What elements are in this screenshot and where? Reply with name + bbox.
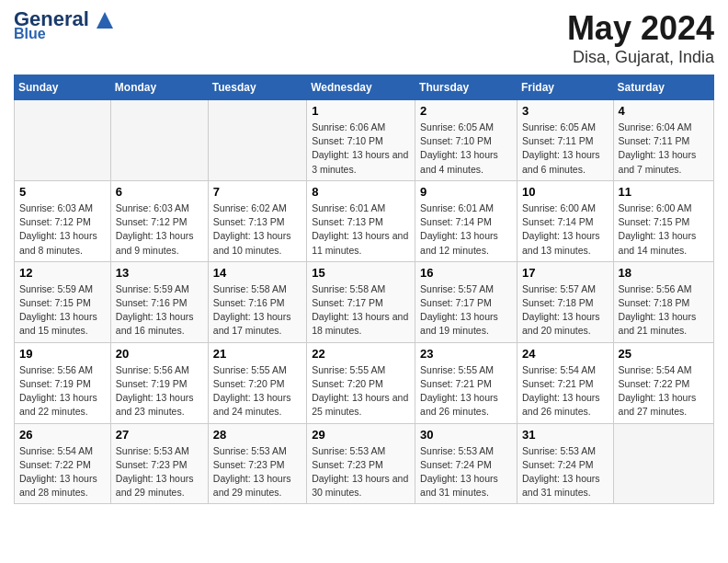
- day-info: Sunrise: 5:53 AMSunset: 7:23 PMDaylight:…: [312, 444, 410, 500]
- page-header: General Blue May 2024 Disa, Gujarat, Ind…: [14, 9, 714, 67]
- calendar-cell: 5Sunrise: 6:03 AMSunset: 7:12 PMDaylight…: [15, 180, 111, 261]
- day-number: 28: [213, 428, 301, 442]
- day-number: 7: [213, 185, 301, 199]
- day-info: Sunrise: 5:58 AMSunset: 7:17 PMDaylight:…: [312, 282, 410, 339]
- day-info: Sunrise: 6:05 AMSunset: 7:10 PMDaylight:…: [420, 121, 512, 177]
- calendar-cell: 6Sunrise: 6:03 AMSunset: 7:12 PMDaylight…: [110, 180, 208, 261]
- day-info: Sunrise: 5:59 AMSunset: 7:16 PMDaylight:…: [116, 282, 203, 339]
- day-number: 2: [420, 104, 512, 118]
- day-info: Sunrise: 5:58 AMSunset: 7:16 PMDaylight:…: [213, 282, 301, 339]
- weekday-header: Tuesday: [208, 75, 306, 100]
- day-number: 15: [312, 266, 410, 280]
- day-number: 23: [420, 347, 512, 361]
- svg-marker-0: [97, 12, 113, 29]
- day-number: 25: [619, 347, 709, 361]
- day-number: 20: [116, 347, 203, 361]
- calendar-cell: 28Sunrise: 5:53 AMSunset: 7:23 PMDayligh…: [208, 423, 306, 504]
- day-info: Sunrise: 5:56 AMSunset: 7:19 PMDaylight:…: [116, 363, 203, 419]
- calendar-cell: 10Sunrise: 6:00 AMSunset: 7:14 PMDayligh…: [517, 180, 613, 261]
- day-number: 24: [522, 347, 609, 361]
- calendar-cell: 25Sunrise: 5:54 AMSunset: 7:22 PMDayligh…: [613, 342, 713, 423]
- calendar-cell: 27Sunrise: 5:53 AMSunset: 7:23 PMDayligh…: [110, 423, 208, 504]
- calendar-week-row: 26Sunrise: 5:54 AMSunset: 7:22 PMDayligh…: [15, 423, 714, 504]
- calendar-cell: [110, 100, 208, 181]
- day-info: Sunrise: 6:05 AMSunset: 7:11 PMDaylight:…: [522, 121, 609, 177]
- day-number: 21: [213, 347, 301, 361]
- calendar-cell: 23Sunrise: 5:55 AMSunset: 7:21 PMDayligh…: [415, 342, 518, 423]
- day-info: Sunrise: 6:00 AMSunset: 7:14 PMDaylight:…: [522, 201, 609, 258]
- day-info: Sunrise: 5:55 AMSunset: 7:20 PMDaylight:…: [312, 363, 410, 419]
- day-info: Sunrise: 5:57 AMSunset: 7:17 PMDaylight:…: [420, 282, 512, 339]
- weekday-header: Friday: [517, 75, 613, 100]
- day-number: 1: [312, 104, 410, 118]
- calendar-cell: 4Sunrise: 6:04 AMSunset: 7:11 PMDaylight…: [613, 100, 713, 181]
- day-number: 22: [312, 347, 410, 361]
- calendar-cell: 12Sunrise: 5:59 AMSunset: 7:15 PMDayligh…: [15, 261, 111, 342]
- weekday-header: Saturday: [613, 75, 713, 100]
- weekday-header: Wednesday: [307, 75, 415, 100]
- day-number: 18: [619, 266, 709, 280]
- day-info: Sunrise: 5:57 AMSunset: 7:18 PMDaylight:…: [522, 282, 609, 339]
- calendar-title: May 2024: [567, 9, 714, 48]
- day-number: 27: [116, 428, 203, 442]
- calendar-cell: [208, 100, 306, 181]
- calendar-cell: 16Sunrise: 5:57 AMSunset: 7:17 PMDayligh…: [415, 261, 518, 342]
- day-info: Sunrise: 6:03 AMSunset: 7:12 PMDaylight:…: [116, 201, 203, 258]
- calendar-cell: 31Sunrise: 5:53 AMSunset: 7:24 PMDayligh…: [517, 423, 613, 504]
- day-number: 17: [522, 266, 609, 280]
- weekday-header-row: SundayMondayTuesdayWednesdayThursdayFrid…: [15, 75, 714, 100]
- day-info: Sunrise: 5:56 AMSunset: 7:18 PMDaylight:…: [619, 282, 709, 339]
- day-info: Sunrise: 5:56 AMSunset: 7:19 PMDaylight:…: [19, 363, 106, 419]
- calendar-cell: 30Sunrise: 5:53 AMSunset: 7:24 PMDayligh…: [415, 423, 518, 504]
- logo-icon: [97, 12, 113, 29]
- calendar-table: SundayMondayTuesdayWednesdayThursdayFrid…: [14, 75, 714, 504]
- day-number: 13: [116, 266, 203, 280]
- calendar-cell: 14Sunrise: 5:58 AMSunset: 7:16 PMDayligh…: [208, 261, 306, 342]
- calendar-cell: 21Sunrise: 5:55 AMSunset: 7:20 PMDayligh…: [208, 342, 306, 423]
- day-number: 26: [19, 428, 106, 442]
- calendar-cell: 3Sunrise: 6:05 AMSunset: 7:11 PMDaylight…: [517, 100, 613, 181]
- calendar-cell: 26Sunrise: 5:54 AMSunset: 7:22 PMDayligh…: [15, 423, 111, 504]
- day-number: 12: [19, 266, 106, 280]
- calendar-cell: 24Sunrise: 5:54 AMSunset: 7:21 PMDayligh…: [517, 342, 613, 423]
- day-number: 19: [19, 347, 106, 361]
- day-number: 16: [420, 266, 512, 280]
- day-number: 30: [420, 428, 512, 442]
- day-number: 8: [312, 185, 410, 199]
- day-info: Sunrise: 5:53 AMSunset: 7:24 PMDaylight:…: [420, 444, 512, 500]
- calendar-cell: 18Sunrise: 5:56 AMSunset: 7:18 PMDayligh…: [613, 261, 713, 342]
- day-number: 10: [522, 185, 609, 199]
- calendar-cell: [15, 100, 111, 181]
- calendar-cell: 11Sunrise: 6:00 AMSunset: 7:15 PMDayligh…: [613, 180, 713, 261]
- day-number: 3: [522, 104, 609, 118]
- calendar-cell: 19Sunrise: 5:56 AMSunset: 7:19 PMDayligh…: [15, 342, 111, 423]
- logo-blue: Blue: [14, 26, 46, 42]
- calendar-week-row: 12Sunrise: 5:59 AMSunset: 7:15 PMDayligh…: [15, 261, 714, 342]
- day-info: Sunrise: 5:53 AMSunset: 7:24 PMDaylight:…: [522, 444, 609, 500]
- logo: General Blue: [14, 9, 113, 42]
- calendar-cell: 2Sunrise: 6:05 AMSunset: 7:10 PMDaylight…: [415, 100, 518, 181]
- day-number: 9: [420, 185, 512, 199]
- day-info: Sunrise: 6:01 AMSunset: 7:13 PMDaylight:…: [312, 201, 410, 258]
- day-number: 4: [619, 104, 709, 118]
- calendar-cell: 13Sunrise: 5:59 AMSunset: 7:16 PMDayligh…: [110, 261, 208, 342]
- calendar-week-row: 19Sunrise: 5:56 AMSunset: 7:19 PMDayligh…: [15, 342, 714, 423]
- day-info: Sunrise: 6:06 AMSunset: 7:10 PMDaylight:…: [312, 121, 410, 177]
- calendar-week-row: 5Sunrise: 6:03 AMSunset: 7:12 PMDaylight…: [15, 180, 714, 261]
- day-number: 14: [213, 266, 301, 280]
- day-number: 31: [522, 428, 609, 442]
- calendar-cell: 7Sunrise: 6:02 AMSunset: 7:13 PMDaylight…: [208, 180, 306, 261]
- day-info: Sunrise: 5:54 AMSunset: 7:21 PMDaylight:…: [522, 363, 609, 419]
- day-info: Sunrise: 5:53 AMSunset: 7:23 PMDaylight:…: [116, 444, 203, 500]
- calendar-cell: [613, 423, 713, 504]
- calendar-subtitle: Disa, Gujarat, India: [567, 48, 714, 67]
- day-info: Sunrise: 6:01 AMSunset: 7:14 PMDaylight:…: [420, 201, 512, 258]
- day-info: Sunrise: 5:54 AMSunset: 7:22 PMDaylight:…: [619, 363, 709, 419]
- day-info: Sunrise: 6:04 AMSunset: 7:11 PMDaylight:…: [619, 121, 709, 177]
- calendar-cell: 22Sunrise: 5:55 AMSunset: 7:20 PMDayligh…: [307, 342, 415, 423]
- calendar-week-row: 1Sunrise: 6:06 AMSunset: 7:10 PMDaylight…: [15, 100, 714, 181]
- day-info: Sunrise: 5:54 AMSunset: 7:22 PMDaylight:…: [19, 444, 106, 500]
- day-info: Sunrise: 6:03 AMSunset: 7:12 PMDaylight:…: [19, 201, 106, 258]
- title-block: May 2024 Disa, Gujarat, India: [567, 9, 714, 67]
- day-info: Sunrise: 6:00 AMSunset: 7:15 PMDaylight:…: [619, 201, 709, 258]
